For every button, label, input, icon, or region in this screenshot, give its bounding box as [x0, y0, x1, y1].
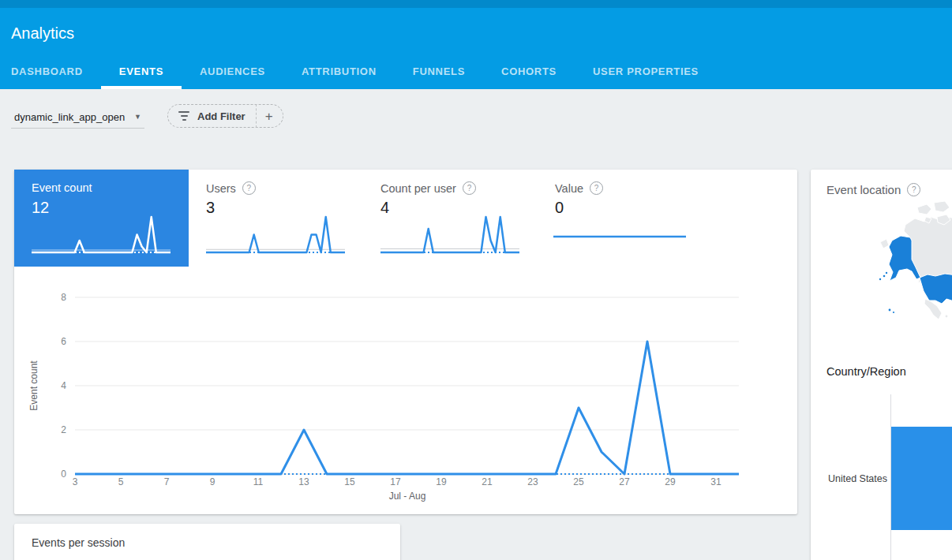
caret-down-icon: ▼ [134, 113, 144, 121]
svg-text:8: 8 [61, 292, 66, 303]
svg-text:21: 21 [482, 476, 493, 487]
svg-text:5: 5 [118, 476, 124, 487]
svg-text:27: 27 [619, 476, 630, 487]
page-title: Analytics [11, 24, 74, 43]
event-metrics-card: Event count 12 Users? 3 Count per user? … [14, 170, 797, 514]
svg-text:9: 9 [210, 476, 216, 487]
metric-tabs: Event count 12 Users? 3 Count per user? … [14, 170, 712, 267]
svg-text:6: 6 [61, 336, 66, 347]
event-selector-dropdown[interactable]: dynamic_link_app_open ▼ [11, 106, 144, 129]
map-island-dot [883, 275, 886, 278]
analytics-events-page: Analytics DASHBOARD EVENTS AUDIENCES ATT… [0, 0, 952, 560]
map-russia-edge [880, 239, 889, 248]
metric-tab-value[interactable]: Value? 0 [538, 170, 712, 267]
divider [256, 104, 257, 128]
tab-audiences[interactable]: AUDIENCES [182, 54, 283, 89]
map-island-dot [946, 315, 948, 318]
svg-text:11: 11 [253, 476, 264, 487]
svg-text:15: 15 [344, 476, 355, 487]
svg-text:0: 0 [61, 469, 66, 480]
tab-events[interactable]: EVENTS [101, 54, 182, 89]
tab-dashboard[interactable]: DASHBOARD [0, 54, 101, 89]
svg-text:17: 17 [390, 476, 401, 487]
svg-text:Event count: Event count [28, 360, 39, 411]
map-hawaii-dot [893, 312, 894, 313]
bar-united-states[interactable] [891, 427, 952, 530]
tab-funnels[interactable]: FUNNELS [395, 54, 483, 89]
svg-text:29: 29 [665, 476, 676, 487]
map-island-dot [886, 272, 887, 274]
filter-icon [178, 111, 190, 121]
map-united-states [920, 274, 952, 304]
top-strip [0, 0, 952, 8]
card-title: Events per session [32, 536, 125, 549]
events-per-session-card: Events per session [14, 524, 400, 560]
main-nav: DASHBOARD EVENTS AUDIENCES ATTRIBUTION F… [0, 54, 717, 89]
bar-label-united-states: United States [816, 473, 887, 484]
svg-text:3: 3 [73, 476, 78, 487]
help-icon[interactable]: ? [907, 183, 920, 196]
svg-text:23: 23 [527, 476, 538, 487]
svg-text:19: 19 [436, 476, 447, 487]
event-location-card: Event location? [811, 170, 952, 560]
selected-event-name: dynamic_link_app_open [11, 111, 125, 123]
map-island-dot [879, 278, 881, 280]
event-count-sparkline [14, 170, 189, 267]
tab-cohorts[interactable]: COHORTS [483, 54, 575, 89]
svg-text:2: 2 [61, 424, 66, 435]
add-filter-label: Add Filter [197, 110, 245, 122]
svg-text:25: 25 [573, 476, 584, 487]
metric-tab-users[interactable]: Users? 3 [189, 170, 363, 267]
app-header: Analytics DASHBOARD EVENTS AUDIENCES ATT… [0, 8, 952, 89]
svg-text:7: 7 [164, 476, 170, 487]
metric-tab-count-per-user[interactable]: Count per user? 4 [363, 170, 538, 267]
map-hawaii-dot [889, 309, 891, 312]
tab-user-properties[interactable]: USER PROPERTIES [575, 54, 717, 89]
plus-icon: + [265, 110, 273, 123]
event-count-line-chart[interactable]: 0246835791113151719212325272931Jul - Aug… [14, 282, 797, 512]
users-sparkline [189, 170, 363, 267]
svg-text:Jul - Aug: Jul - Aug [389, 491, 426, 502]
map-arctic-island [917, 204, 931, 215]
svg-text:13: 13 [298, 476, 309, 487]
value-sparkline [538, 170, 712, 267]
card-title: Event location? [826, 183, 920, 196]
country-region-header: Country/Region [826, 365, 906, 378]
map-arctic-island [934, 201, 950, 212]
count-per-user-sparkline [363, 170, 538, 267]
svg-text:4: 4 [61, 380, 66, 391]
metric-tab-event-count[interactable]: Event count 12 [14, 170, 189, 267]
world-map[interactable] [811, 201, 952, 355]
tab-attribution[interactable]: ATTRIBUTION [283, 54, 395, 89]
add-filter-button[interactable]: Add Filter + [167, 104, 283, 128]
svg-text:31: 31 [710, 476, 721, 487]
